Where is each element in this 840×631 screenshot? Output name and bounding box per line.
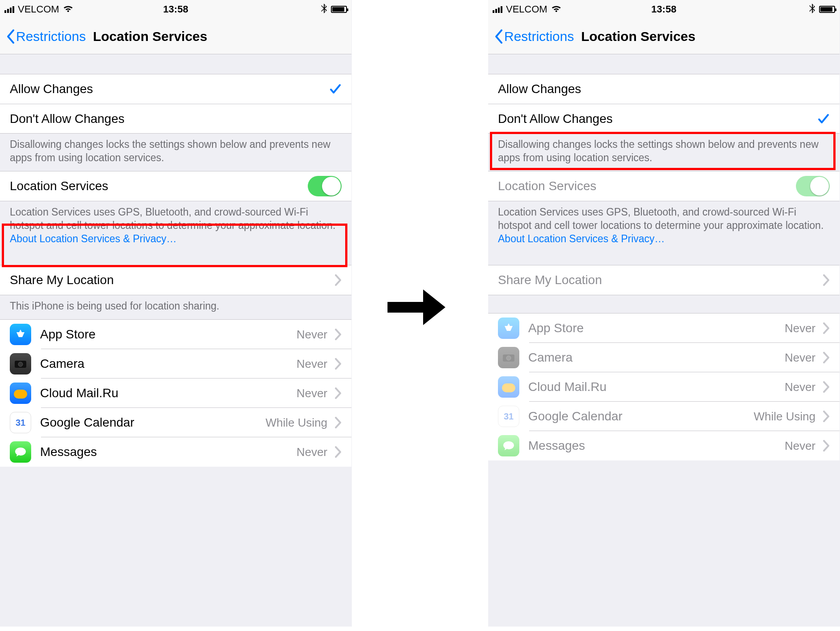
changes-footer: Disallowing changes locks the settings s… [488, 134, 840, 171]
option-allow-changes[interactable]: Allow Changes [488, 74, 840, 104]
app-row-messages[interactable]: Messages Never [0, 437, 351, 467]
app-name: Cloud Mail.Ru [528, 380, 785, 394]
nav-header: Restrictions Location Services [488, 19, 840, 54]
allow-changes-group: Allow Changes Don't Allow Changes [0, 74, 351, 134]
back-chevron-icon[interactable] [494, 29, 502, 44]
back-button[interactable]: Restrictions [16, 29, 86, 44]
chevron-right-icon [334, 329, 342, 340]
location-services-toggle[interactable] [308, 176, 342, 196]
gcal-icon: 31 [10, 412, 31, 433]
app-row-cloudmail: Cloud Mail.Ru Never [488, 372, 840, 402]
phone-right: VELCOM 13:58 Restrictions Location Servi… [488, 0, 840, 627]
signal-bars-icon [493, 6, 502, 13]
location-services-footer: Location Services uses GPS, Bluetooth, a… [0, 201, 351, 252]
app-name: Messages [528, 439, 785, 453]
option-allow-changes[interactable]: Allow Changes [0, 74, 351, 104]
app-value: While Using [754, 410, 816, 423]
share-location-group: Share My Location [0, 265, 351, 295]
app-row-camera[interactable]: Camera Never [0, 349, 351, 379]
option-allow-label: Allow Changes [498, 82, 830, 96]
option-allow-label: Allow Changes [10, 82, 329, 96]
app-value: Never [785, 439, 816, 453]
chevron-right-icon [823, 322, 830, 334]
nav-header: Restrictions Location Services [0, 19, 351, 54]
app-row-cloudmail[interactable]: Cloud Mail.Ru Never [0, 379, 351, 408]
row-location-services[interactable]: Location Services [0, 171, 351, 201]
allow-changes-group: Allow Changes Don't Allow Changes [488, 74, 840, 134]
clock: 13:58 [163, 4, 188, 15]
checkmark-icon [329, 83, 342, 95]
messages-icon [498, 435, 519, 456]
back-chevron-icon[interactable] [6, 29, 14, 44]
battery-icon [331, 6, 347, 13]
cloudmail-icon [498, 376, 519, 398]
share-location-footer: This iPhone is being used for location s… [0, 295, 351, 319]
phone-left: VELCOM 13:58 Restrictions Location Servi… [0, 0, 352, 627]
location-services-label: Location Services [10, 179, 308, 193]
app-name: Camera [40, 357, 297, 371]
share-location-label: Share My Location [10, 273, 330, 287]
about-privacy-link[interactable]: About Location Services & Privacy… [498, 233, 665, 244]
about-privacy-link[interactable]: About Location Services & Privacy… [10, 233, 177, 244]
app-name: App Store [528, 321, 785, 335]
svg-rect-2 [387, 302, 423, 313]
chevron-right-icon [334, 358, 342, 370]
chevron-right-icon [823, 352, 830, 363]
row-share-location: Share My Location [488, 265, 840, 295]
battery-icon [819, 6, 835, 13]
messages-icon [10, 441, 31, 463]
app-value: Never [785, 351, 816, 365]
row-location-services: Location Services [488, 171, 840, 201]
loc-desc-text: Location Services uses GPS, Bluetooth, a… [498, 206, 824, 231]
app-value: Never [785, 380, 816, 394]
app-list: App Store Never Camera Never Cloud Mail.… [488, 313, 840, 460]
option-dont-allow-changes[interactable]: Don't Allow Changes [488, 104, 840, 133]
location-services-group: Location Services [0, 171, 351, 201]
cloudmail-icon [10, 383, 31, 404]
option-dont-allow-label: Don't Allow Changes [10, 112, 342, 126]
app-value: Never [785, 322, 816, 335]
svg-point-1 [18, 362, 23, 366]
app-name: Camera [528, 350, 785, 365]
camera-icon [10, 353, 31, 375]
chevron-right-icon [334, 387, 342, 399]
location-services-toggle [796, 176, 830, 196]
location-services-label: Location Services [498, 179, 796, 193]
share-location-group: Share My Location [488, 265, 840, 295]
app-value: Never [297, 357, 327, 371]
app-row-gcal[interactable]: 31 Google Calendar While Using [0, 408, 351, 437]
app-name: App Store [40, 327, 297, 342]
chevron-right-icon [334, 274, 342, 286]
status-bar: VELCOM 13:58 [0, 0, 351, 19]
location-services-footer: Location Services uses GPS, Bluetooth, a… [488, 201, 840, 252]
app-name: Google Calendar [40, 415, 265, 430]
wifi-icon [551, 4, 562, 15]
svg-point-4 [506, 356, 511, 360]
option-dont-allow-label: Don't Allow Changes [498, 112, 817, 126]
annotation-arrow-icon [387, 289, 445, 325]
app-value: Never [297, 328, 327, 342]
changes-footer: Disallowing changes locks the settings s… [0, 134, 351, 171]
signal-bars-icon [4, 6, 14, 13]
bluetooth-icon [321, 4, 327, 16]
share-location-label: Share My Location [498, 273, 818, 287]
page-title: Location Services [93, 29, 208, 44]
chevron-right-icon [334, 417, 342, 428]
app-row-messages: Messages Never [488, 431, 840, 460]
row-share-location[interactable]: Share My Location [0, 265, 351, 295]
app-name: Messages [40, 445, 297, 459]
back-button[interactable]: Restrictions [504, 29, 574, 44]
app-row-camera: Camera Never [488, 343, 840, 372]
chevron-right-icon [823, 440, 830, 452]
option-dont-allow-changes[interactable]: Don't Allow Changes [0, 104, 351, 133]
clock: 13:58 [651, 4, 676, 15]
app-value: While Using [265, 416, 327, 430]
app-list: App Store Never Camera Never Cloud Mail.… [0, 319, 351, 467]
loc-desc-text: Location Services uses GPS, Bluetooth, a… [10, 206, 335, 231]
chevron-right-icon [823, 411, 830, 422]
app-row-appstore[interactable]: App Store Never [0, 320, 351, 349]
app-value: Never [297, 445, 327, 459]
chevron-right-icon [334, 446, 342, 458]
app-row-appstore: App Store Never [488, 313, 840, 343]
app-value: Never [297, 387, 327, 400]
